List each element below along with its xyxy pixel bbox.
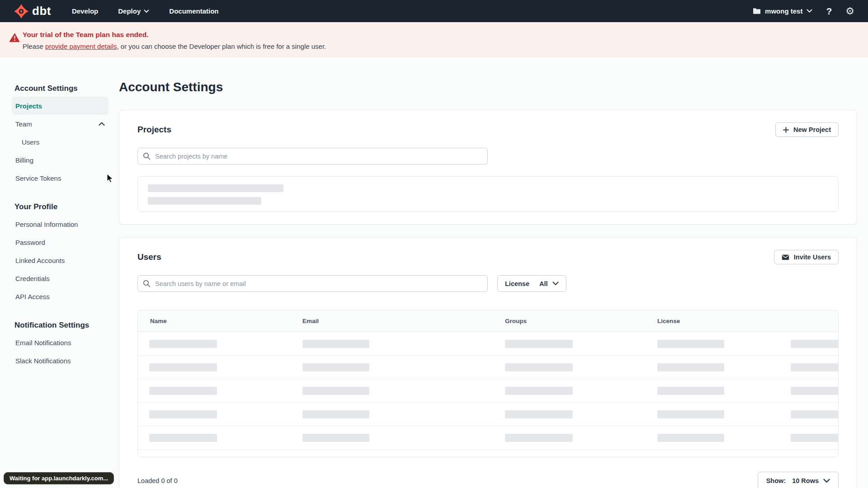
sidebar-item-slack-notifications[interactable]: Slack Notifications xyxy=(12,352,108,370)
skeleton-bar xyxy=(302,410,369,418)
sidebar-item-personal-information[interactable]: Personal Information xyxy=(12,215,108,233)
skeleton-bar xyxy=(302,340,369,348)
sidebar-item-password[interactable]: Password xyxy=(12,233,108,251)
gear-icon[interactable]: ⚙ xyxy=(845,6,854,16)
users-card: Users Invite Users License All xyxy=(119,237,857,488)
sidebar-heading-notification-settings: Notification Settings xyxy=(12,321,108,330)
skeleton-bar xyxy=(791,410,839,418)
loaded-count-text: Loaded 0 of 0 xyxy=(137,477,178,484)
nav-documentation[interactable]: Documentation xyxy=(169,7,218,15)
show-rows-dropdown[interactable]: Show: 10 Rows xyxy=(758,472,839,488)
skeleton-bar xyxy=(791,434,839,442)
skeleton-bar xyxy=(149,340,217,348)
skeleton-bar xyxy=(149,387,217,395)
skeleton-bar xyxy=(302,434,369,442)
sidebar-item-linked-accounts[interactable]: Linked Accounts xyxy=(12,251,108,269)
nav-deploy[interactable]: Deploy xyxy=(118,7,149,15)
trial-expired-banner: Your trial of the Team plan has ended. P… xyxy=(0,22,868,57)
skeleton-bar xyxy=(791,363,839,371)
sidebar-item-service-tokens[interactable]: Service Tokens xyxy=(12,169,108,187)
projects-heading: Projects xyxy=(137,125,171,135)
account-switcher[interactable]: mwong test xyxy=(753,7,812,15)
skeleton-bar xyxy=(657,434,724,442)
skeleton-bar xyxy=(149,363,217,371)
sidebar-item-team[interactable]: Team xyxy=(12,115,108,133)
chevron-down-icon xyxy=(552,282,559,286)
table-row-skeleton xyxy=(138,379,838,403)
skeleton-bar xyxy=(657,387,724,395)
column-header-name: Name xyxy=(150,310,167,332)
users-table: Name Email Groups License xyxy=(137,310,839,457)
page-title: Account Settings xyxy=(119,80,857,94)
skeleton-bar xyxy=(791,340,839,348)
skeleton-bar xyxy=(505,410,573,418)
users-heading: Users xyxy=(137,252,161,262)
sidebar-item-credentials[interactable]: Credentials xyxy=(12,269,108,287)
skeleton-bar xyxy=(791,387,839,395)
skeleton-bar xyxy=(505,434,573,442)
sidebar-item-email-notifications[interactable]: Email Notifications xyxy=(12,333,108,352)
dbt-logo-icon xyxy=(14,4,29,19)
search-icon xyxy=(143,152,151,160)
license-filter-dropdown[interactable]: License All xyxy=(497,275,566,292)
dbt-logo-text: dbt xyxy=(32,4,51,18)
plus-icon xyxy=(783,127,789,133)
skeleton-bar xyxy=(149,410,217,418)
sidebar-item-projects[interactable]: Projects xyxy=(12,97,108,115)
banner-title: Your trial of the Team plan has ended. xyxy=(23,31,868,39)
table-row-skeleton xyxy=(138,426,838,450)
skeleton-bar xyxy=(302,387,369,395)
sidebar-heading-your-profile: Your Profile xyxy=(12,202,108,211)
sidebar-heading-account-settings: Account Settings xyxy=(12,84,108,93)
new-project-button[interactable]: New Project xyxy=(775,122,839,137)
help-button[interactable]: ? xyxy=(826,6,832,17)
skeleton-bar xyxy=(657,363,724,371)
skeleton-bar xyxy=(657,410,724,418)
skeleton-bar xyxy=(148,197,261,205)
projects-search-input[interactable] xyxy=(137,148,488,164)
warning-triangle-icon xyxy=(9,33,20,42)
column-header-email: Email xyxy=(302,310,319,332)
envelope-icon xyxy=(782,254,789,260)
skeleton-bar xyxy=(149,434,217,442)
top-navbar: dbt Develop Deploy Documentation mwong t… xyxy=(0,0,868,22)
skeleton-bar xyxy=(148,184,283,192)
table-row-skeleton xyxy=(138,332,838,356)
sidebar-item-api-access[interactable]: API Access xyxy=(12,287,108,305)
table-row-skeleton xyxy=(138,356,838,379)
projects-loading-skeleton xyxy=(137,176,839,212)
invite-users-button[interactable]: Invite Users xyxy=(774,250,839,264)
column-header-groups: Groups xyxy=(505,310,527,332)
folder-icon xyxy=(753,8,761,14)
primary-nav: Develop Deploy Documentation xyxy=(72,7,219,15)
users-table-header: Name Email Groups License xyxy=(138,310,838,332)
skeleton-bar xyxy=(505,340,573,348)
skeleton-bar xyxy=(505,363,573,371)
skeleton-bar xyxy=(657,340,724,348)
main-content: Account Settings Projects New Project xyxy=(119,80,857,488)
account-name: mwong test xyxy=(765,7,802,15)
users-search-input[interactable] xyxy=(137,275,488,292)
banner-message: Please provide payment details, or you c… xyxy=(23,42,868,50)
sidebar-item-users[interactable]: Users xyxy=(12,133,108,151)
payment-details-link[interactable]: provide payment details xyxy=(45,42,117,50)
chevron-down-icon xyxy=(144,9,149,13)
column-header-license: License xyxy=(657,310,680,332)
chevron-down-icon xyxy=(823,479,830,483)
table-row-skeleton xyxy=(138,403,838,426)
chevron-down-icon xyxy=(807,9,812,13)
browser-status-bubble: Waiting for app.launchdarkly.com... xyxy=(4,472,114,484)
skeleton-bar xyxy=(505,387,573,395)
skeleton-bar xyxy=(302,363,369,371)
chevron-up-icon xyxy=(99,122,105,126)
dbt-logo[interactable]: dbt xyxy=(14,4,51,19)
search-icon xyxy=(143,280,151,287)
nav-develop[interactable]: Develop xyxy=(72,7,98,15)
projects-card: Projects New Project xyxy=(119,110,857,225)
settings-sidebar: Account Settings Projects Team Users Bil… xyxy=(12,84,108,370)
sidebar-item-billing[interactable]: Billing xyxy=(12,151,108,169)
